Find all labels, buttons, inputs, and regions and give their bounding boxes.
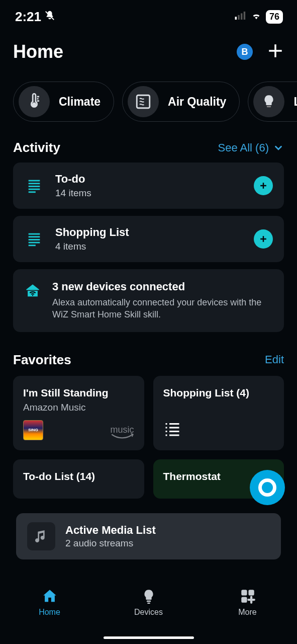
page-header: Home B — [0, 30, 297, 67]
music-note-icon — [27, 522, 55, 550]
home-icon — [41, 588, 58, 605]
music-logo-text: music — [110, 427, 134, 433]
chip-air-quality[interactable]: Air Quality — [122, 82, 240, 122]
activity-title: To-do — [55, 173, 243, 186]
svg-point-7 — [33, 103, 36, 106]
svg-rect-12 — [267, 106, 271, 108]
nav-label: More — [238, 608, 256, 617]
bottom-nav: Home Devices More — [0, 581, 297, 644]
svg-rect-39 — [248, 590, 254, 595]
notice-title: 3 new devices connected — [52, 280, 273, 293]
favorite-title: Shopping List (4) — [163, 387, 274, 399]
chip-label: Air Quality — [168, 95, 226, 109]
nav-devices[interactable]: Devices — [114, 588, 184, 617]
status-left: 2:21 — [15, 9, 55, 25]
status-bar: 2:21 76 — [0, 0, 297, 30]
list-icon — [24, 230, 44, 248]
battery-level: 76 — [266, 10, 283, 24]
nav-home[interactable]: Home — [15, 588, 85, 617]
thermometer-icon — [19, 86, 50, 117]
favorite-sub: Amazon Music — [23, 402, 134, 413]
chip-lights[interactable]: Ligh — [248, 82, 297, 122]
chip-climate[interactable]: Climate — [13, 82, 114, 122]
svg-rect-38 — [241, 590, 247, 595]
activity-card-shopping[interactable]: Shopping List 4 items — [13, 216, 284, 262]
svg-rect-36 — [146, 601, 151, 602]
favorite-card-shopping[interactable]: Shopping List (4) — [153, 376, 284, 450]
svg-rect-40 — [241, 597, 247, 602]
svg-point-27 — [32, 295, 33, 296]
add-shopping-button[interactable] — [254, 229, 273, 249]
nav-more[interactable]: More — [213, 588, 283, 617]
see-all-link[interactable]: See All (6) — [218, 141, 284, 154]
favorite-title: To-do List (14) — [23, 470, 95, 482]
profile-avatar[interactable]: B — [237, 44, 253, 60]
activity-list: To-do 14 items Shopping List 4 items 3 n… — [0, 163, 297, 332]
home-connect-icon — [24, 280, 41, 321]
favorite-title: Thermostat — [163, 470, 221, 482]
media-title: Active Media List — [65, 524, 156, 537]
see-all-text: See All (6) — [218, 141, 269, 154]
list-icon — [163, 420, 181, 440]
device-notice-card[interactable]: 3 new devices connected Alexa automatica… — [13, 269, 284, 332]
home-indicator[interactable] — [104, 636, 194, 639]
activity-sub: 14 items — [55, 188, 243, 199]
svg-rect-3 — [241, 13, 242, 20]
chevron-down-icon — [273, 142, 284, 153]
silent-icon — [44, 9, 55, 25]
active-media-banner[interactable]: Active Media List 2 audio streams — [16, 513, 281, 559]
category-chips[interactable]: Climate Air Quality Ligh — [0, 67, 297, 136]
activity-title: Shopping List — [55, 226, 243, 239]
svg-rect-4 — [244, 12, 245, 20]
status-right: 76 — [235, 10, 283, 24]
favorite-card-music[interactable]: I'm Still Standing Amazon Music SING mus… — [13, 376, 144, 450]
alexa-button[interactable] — [250, 470, 285, 505]
add-todo-button[interactable] — [254, 176, 273, 195]
favorites-heading: Favorites — [13, 352, 71, 368]
svg-rect-2 — [238, 15, 239, 20]
air-quality-icon — [128, 86, 159, 117]
activity-card-todo[interactable]: To-do 14 items — [13, 163, 284, 209]
chip-label: Climate — [59, 95, 101, 109]
media-sub: 2 audio streams — [65, 538, 156, 549]
amazon-music-icon: music — [110, 427, 134, 440]
alexa-ring-icon — [258, 478, 276, 497]
album-art-icon: SING — [23, 420, 43, 440]
favorite-title: I'm Still Standing — [23, 387, 134, 399]
nav-label: Devices — [134, 608, 163, 617]
favorite-card-todo[interactable]: To-do List (14) — [13, 459, 144, 499]
activity-heading: Activity — [13, 140, 60, 155]
nav-label: Home — [39, 608, 60, 617]
more-grid-icon — [239, 588, 256, 605]
chip-label: Ligh — [293, 95, 297, 109]
activity-sub: 4 items — [55, 241, 243, 252]
cellular-icon — [235, 12, 247, 22]
status-time: 2:21 — [15, 9, 41, 25]
svg-rect-1 — [235, 17, 237, 20]
add-button[interactable] — [267, 42, 284, 61]
page-title: Home — [13, 41, 63, 62]
activity-section-head: Activity See All (6) — [0, 136, 297, 163]
svg-rect-37 — [147, 603, 150, 604]
edit-link[interactable]: Edit — [265, 353, 284, 366]
bulb-icon — [253, 86, 284, 117]
list-icon — [24, 177, 44, 194]
bulb-icon — [140, 588, 157, 605]
wifi-icon — [251, 10, 262, 23]
favorites-section-head: Favorites Edit — [0, 332, 297, 376]
notice-body: Alexa automatically connected your devic… — [52, 296, 273, 321]
